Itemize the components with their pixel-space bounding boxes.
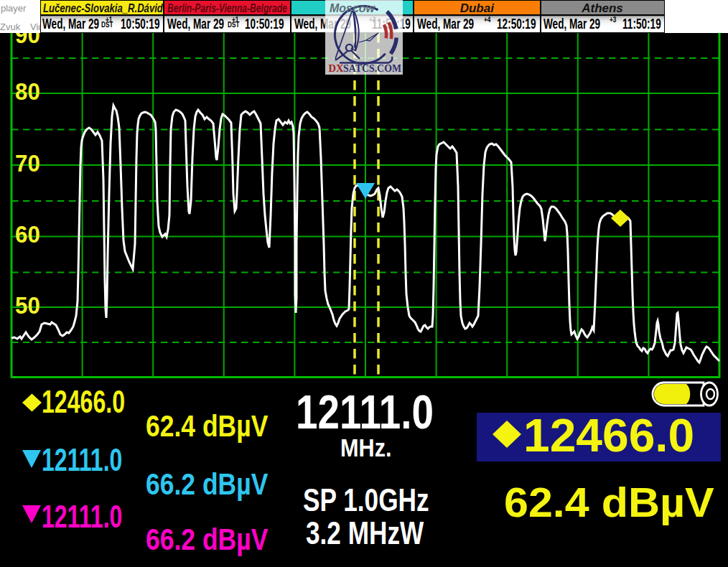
svg-text:DX: DX — [329, 62, 344, 74]
svg-text:SATCS.COM: SATCS.COM — [343, 62, 401, 74]
